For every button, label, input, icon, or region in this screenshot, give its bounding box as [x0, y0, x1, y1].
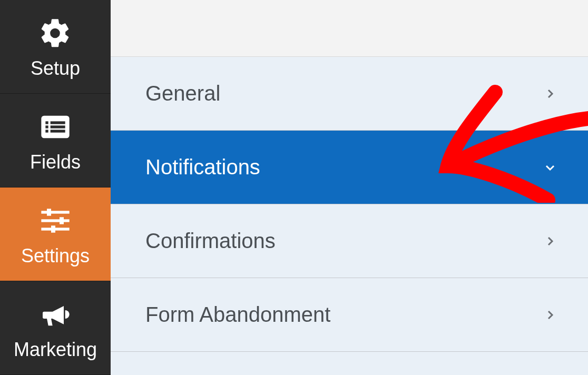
sidebar-item-setup[interactable]: Setup — [0, 0, 111, 94]
settings-row-notifications[interactable]: Notifications — [111, 131, 588, 204]
main-panel: General Notifications Confirmations Form… — [111, 0, 588, 375]
svg-rect-11 — [60, 217, 64, 224]
settings-row-general[interactable]: General — [111, 57, 588, 131]
sidebar-item-label: Fields — [30, 151, 81, 173]
settings-row-label: Confirmations — [145, 229, 276, 253]
header-space — [111, 0, 588, 57]
svg-rect-4 — [51, 125, 65, 128]
bullhorn-icon — [38, 295, 72, 333]
chevron-right-icon — [544, 235, 556, 248]
sidebar-item-label: Setup — [31, 57, 80, 80]
chevron-right-icon — [544, 309, 556, 321]
svg-rect-2 — [51, 121, 65, 124]
sidebar-item-label: Settings — [21, 245, 90, 267]
svg-rect-1 — [45, 121, 48, 124]
svg-rect-6 — [51, 130, 65, 132]
svg-rect-10 — [47, 209, 51, 215]
settings-row-label: Notifications — [145, 155, 260, 179]
sliders-icon — [38, 202, 72, 240]
svg-rect-12 — [51, 225, 55, 232]
svg-rect-7 — [41, 211, 69, 213]
list-icon — [38, 108, 72, 146]
svg-rect-3 — [45, 125, 48, 128]
sidebar-item-settings[interactable]: Settings — [0, 188, 111, 281]
settings-row-label: General — [145, 82, 220, 105]
settings-row-label: Form Abandonment — [145, 303, 330, 327]
settings-list: General Notifications Confirmations Form… — [111, 57, 588, 375]
settings-row-form-abandonment[interactable]: Form Abandonment — [111, 278, 588, 352]
chevron-right-icon — [544, 87, 556, 100]
sidebar-item-fields[interactable]: Fields — [0, 94, 111, 188]
svg-rect-8 — [41, 219, 69, 222]
svg-rect-5 — [45, 130, 48, 132]
settings-row-confirmations[interactable]: Confirmations — [111, 204, 588, 278]
chevron-down-icon — [544, 161, 556, 174]
sidebar: Setup Fields Settings Marketing — [0, 0, 111, 375]
sidebar-item-label: Marketing — [14, 339, 97, 361]
sidebar-item-marketing[interactable]: Marketing — [0, 281, 111, 375]
gear-icon — [38, 14, 72, 52]
